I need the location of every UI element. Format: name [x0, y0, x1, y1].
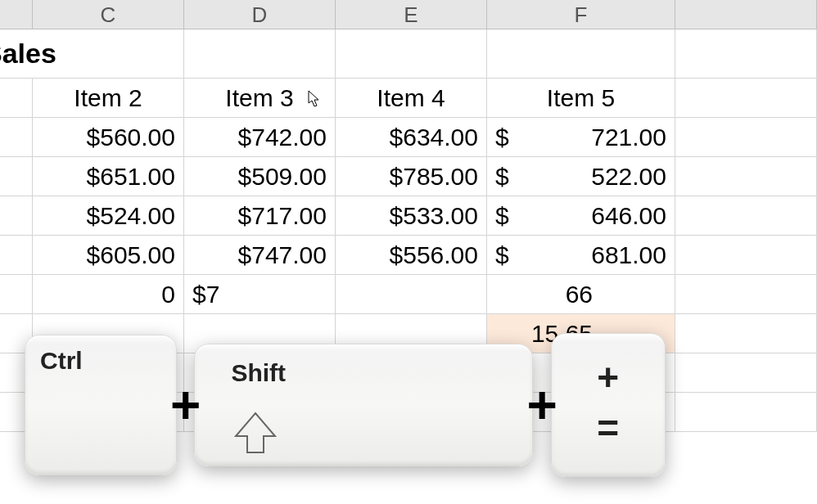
- cell-D[interactable]: $747.00: [184, 236, 336, 274]
- key-shift: Shift: [194, 344, 533, 466]
- keyboard-shortcut-overlay: Ctrl + Shift + + =: [25, 323, 794, 487]
- cell-C[interactable]: $524.00: [33, 196, 184, 235]
- key-shift-label: Shift: [231, 359, 532, 387]
- cell-D[interactable]: $717.00: [184, 196, 336, 235]
- cell-title[interactable]: Sales: [0, 29, 184, 78]
- table-row: 0 $7 66: [0, 275, 817, 314]
- cell-E[interactable]: $785.00: [336, 157, 487, 196]
- cell-empty[interactable]: [184, 29, 336, 78]
- table-row: $651.00 $509.00 $785.00 $522.00: [0, 157, 817, 196]
- cell-stub[interactable]: [0, 236, 33, 274]
- cell-F[interactable]: $646.00: [487, 196, 675, 235]
- col-header-stub[interactable]: [0, 0, 33, 29]
- cell-D[interactable]: $509.00: [184, 157, 336, 196]
- cell-C[interactable]: $605.00: [33, 236, 184, 274]
- cell-empty[interactable]: [675, 157, 817, 196]
- cell-empty[interactable]: [675, 118, 817, 156]
- key-ctrl-label: Ctrl: [40, 347, 176, 375]
- col-header-D[interactable]: D: [184, 0, 336, 29]
- col-header-C[interactable]: C: [33, 0, 184, 29]
- header-C[interactable]: Item 2: [33, 79, 184, 117]
- cell-empty[interactable]: [675, 236, 817, 274]
- cell-E[interactable]: $556.00: [336, 236, 487, 274]
- key-plus-equals: + =: [551, 333, 666, 477]
- cell-stub[interactable]: [0, 79, 33, 117]
- cell-E[interactable]: $634.00: [336, 118, 487, 156]
- cell-empty[interactable]: [336, 29, 487, 78]
- cell-E-hidden[interactable]: [336, 275, 487, 313]
- cell-stub[interactable]: [0, 118, 33, 156]
- cell-F-partial[interactable]: 66: [487, 275, 675, 313]
- cell-C[interactable]: $560.00: [33, 118, 184, 156]
- table-row: $524.00 $717.00 $533.00 $646.00: [0, 196, 817, 236]
- key-ctrl: Ctrl: [25, 335, 177, 475]
- cell-stub[interactable]: [0, 275, 33, 313]
- cell-C-partial[interactable]: 0: [33, 275, 184, 313]
- key-plus-bot: =: [597, 409, 619, 447]
- col-header-E[interactable]: E: [336, 0, 487, 29]
- cell-F[interactable]: $721.00: [487, 118, 675, 156]
- col-header-F[interactable]: F: [487, 0, 675, 29]
- cell-D-partial[interactable]: $7: [184, 275, 336, 313]
- cell-C[interactable]: $651.00: [33, 157, 184, 196]
- cell-D[interactable]: $742.00: [184, 118, 336, 156]
- cell-stub[interactable]: [0, 196, 33, 235]
- header-F[interactable]: Item 5: [487, 79, 675, 117]
- cell-empty[interactable]: [675, 275, 817, 313]
- cell-F[interactable]: $522.00: [487, 157, 675, 196]
- cell-stub[interactable]: [0, 157, 33, 196]
- shift-arrow-icon: [232, 412, 278, 454]
- cell-E[interactable]: $533.00: [336, 196, 487, 235]
- row-headers: Item 2 Item 3 Item 4 Item 5: [0, 79, 817, 118]
- key-plus-top: +: [597, 358, 619, 396]
- cell-empty[interactable]: [487, 29, 675, 78]
- cell-empty[interactable]: [675, 196, 817, 235]
- header-D[interactable]: Item 3: [184, 79, 336, 117]
- row-title: Sales: [0, 29, 817, 79]
- table-row: $560.00 $742.00 $634.00 $721.00: [0, 118, 817, 157]
- cell-empty[interactable]: [675, 79, 817, 117]
- plus-icon: +: [170, 375, 201, 435]
- plus-icon: +: [526, 375, 557, 435]
- table-row: $605.00 $747.00 $556.00 $681.00: [0, 236, 817, 275]
- col-header-G[interactable]: [675, 0, 817, 29]
- header-E[interactable]: Item 4: [336, 79, 487, 117]
- title-text: Sales: [0, 38, 56, 70]
- cell-empty[interactable]: [675, 29, 817, 78]
- cell-F[interactable]: $681.00: [487, 236, 675, 274]
